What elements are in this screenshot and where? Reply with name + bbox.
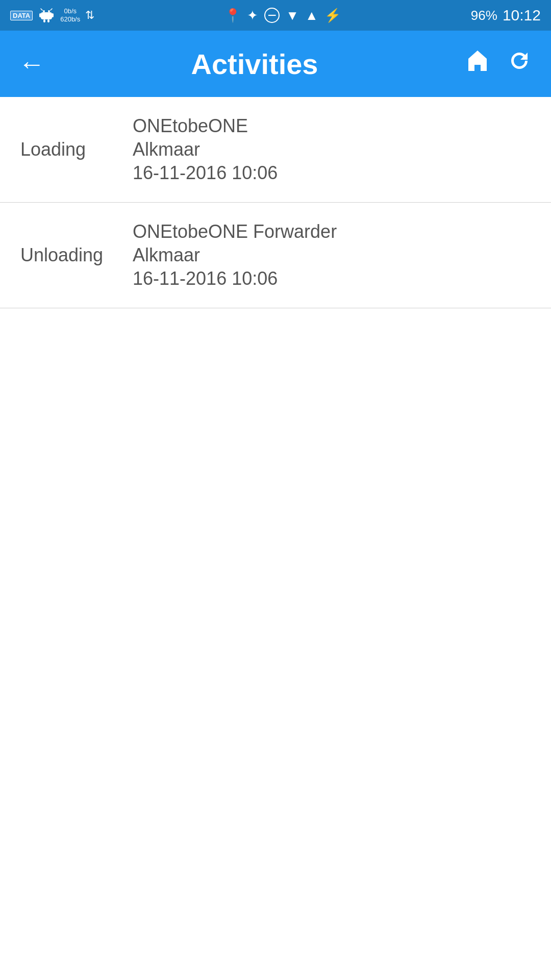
bluetooth-icon: ✦ bbox=[247, 8, 258, 23]
location-icon: 📍 bbox=[224, 8, 241, 23]
do-not-disturb-icon: − bbox=[264, 8, 280, 23]
android-icon bbox=[38, 7, 55, 24]
svg-rect-5 bbox=[43, 19, 45, 22]
svg-rect-4 bbox=[52, 13, 54, 17]
activity-type-unloading: Unloading bbox=[20, 244, 133, 266]
app-bar-actions bbox=[464, 47, 533, 80]
svg-line-7 bbox=[41, 9, 42, 10]
svg-point-1 bbox=[48, 10, 50, 12]
activity-item-unloading[interactable]: Unloading ONEtobeONE Forwarder Alkmaar 1… bbox=[0, 203, 551, 308]
activity-datetime-loading: 16-11-2016 10:06 bbox=[133, 162, 531, 184]
data-indicator: DATA bbox=[10, 11, 33, 20]
battery-percent: 96% bbox=[471, 8, 497, 23]
activity-details-unloading: ONEtobeONE Forwarder Alkmaar 16-11-2016 … bbox=[133, 221, 531, 289]
svg-rect-6 bbox=[47, 19, 49, 22]
activity-details-loading: ONEtobeONE Alkmaar 16-11-2016 10:06 bbox=[133, 115, 531, 184]
svg-rect-3 bbox=[39, 13, 41, 17]
activity-company-unloading: ONEtobeONE Forwarder bbox=[133, 221, 531, 242]
svg-point-0 bbox=[43, 10, 45, 12]
status-bar-left: DATA 0b/s 620b/s ⇅ bbox=[10, 7, 94, 24]
network-arrows-icon: ⇅ bbox=[85, 9, 94, 22]
page-title: Activities bbox=[45, 47, 464, 81]
back-button[interactable]: ← bbox=[18, 48, 45, 79]
clock: 10:12 bbox=[503, 7, 541, 24]
app-bar: ← Activities bbox=[0, 31, 551, 97]
activity-company-loading: ONEtobeONE bbox=[133, 115, 531, 137]
svg-rect-2 bbox=[41, 12, 52, 19]
activity-location-unloading: Alkmaar bbox=[133, 244, 531, 266]
wifi-icon: ▼ bbox=[286, 8, 299, 23]
activity-datetime-unloading: 16-11-2016 10:06 bbox=[133, 268, 531, 289]
home-button[interactable] bbox=[464, 47, 491, 80]
network-speed: 0b/s 620b/s bbox=[60, 7, 80, 23]
signal-icon: ▲ bbox=[305, 8, 318, 23]
activity-item-loading[interactable]: Loading ONEtobeONE Alkmaar 16-11-2016 10… bbox=[0, 97, 551, 203]
status-icons: 📍 ✦ − ▼ ▲ ⚡ bbox=[224, 8, 340, 23]
svg-line-8 bbox=[51, 9, 52, 10]
activity-location-loading: Alkmaar bbox=[133, 139, 531, 160]
activity-type-loading: Loading bbox=[20, 139, 133, 160]
status-right: 96% 10:12 bbox=[471, 7, 541, 24]
refresh-button[interactable] bbox=[506, 47, 533, 80]
activity-list: Loading ONEtobeONE Alkmaar 16-11-2016 10… bbox=[0, 97, 551, 308]
status-bar: DATA 0b/s 620b/s ⇅ 📍 ✦ − ▼ ▲ bbox=[0, 0, 551, 31]
battery-icon: ⚡ bbox=[324, 8, 341, 23]
